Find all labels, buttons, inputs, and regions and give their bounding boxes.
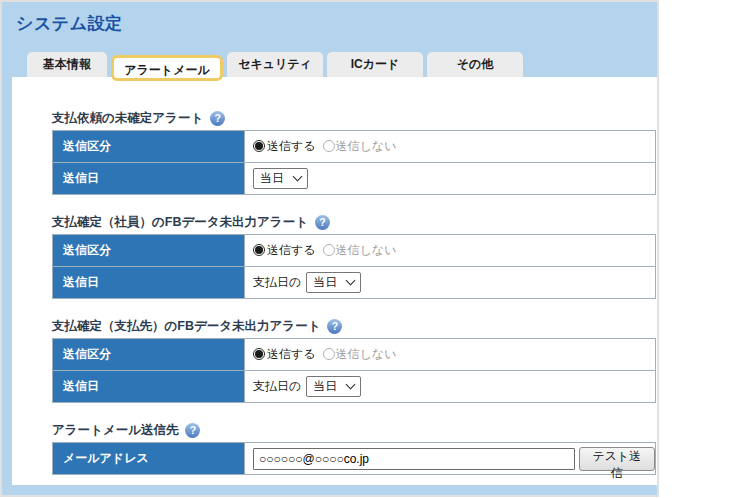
chevron-down-icon [346,380,356,390]
row-label-send-type: 送信区分 [53,339,245,371]
select-value: 当日 [260,170,284,187]
radio-send-off[interactable] [323,348,335,360]
radio-send-on[interactable] [253,244,265,256]
table-row-send-day: 送信日 当日 [53,163,656,195]
page-header: システム設定 基本情報 アラートメール セキュリティ ICカード その他 [2,2,657,77]
send-day-prefix: 支払日の [253,275,301,289]
tab-content-panel: 支払依頼の未確定アラート ? 送信区分 送信する送信しない 送信日 当日 [12,77,657,485]
row-label-send-day: 送信日 [53,163,245,195]
select-value: 当日 [313,274,337,291]
row-label-send-type: 送信区分 [53,131,245,163]
tab-others[interactable]: その他 [427,52,523,77]
table-row-send-day: 送信日 支払日の当日 [53,267,656,299]
settings-table: 送信区分 送信する送信しない 送信日 支払日の当日 [52,234,656,299]
table-row-send-type: 送信区分 送信する送信しない [53,131,656,163]
radio-send-on[interactable] [253,348,265,360]
radio-send-on-label: 送信する [267,139,316,153]
tab-security[interactable]: セキュリティ [227,52,323,77]
section-heading-row: 支払確定（支払先）のFBデータ未出力アラート ? [52,318,657,335]
help-icon[interactable]: ? [315,215,330,230]
radio-send-off[interactable] [323,140,335,152]
test-send-button[interactable]: テスト送信 [579,447,655,471]
send-day-prefix: 支払日の [253,379,301,393]
send-day-cell: 当日 [245,163,656,195]
settings-table: 送信区分 送信する送信しない 送信日 当日 [52,130,656,195]
send-day-cell: 支払日の当日 [245,267,656,299]
select-value: 当日 [313,378,337,395]
send-day-select[interactable]: 当日 [306,272,361,293]
section-heading-row: アラートメール送信先 ? [52,422,657,439]
section-heading: 支払依頼の未確定アラート [52,110,203,127]
email-cell: テスト送信 [245,443,656,475]
tab-alert-mail[interactable]: アラートメール [111,55,223,81]
send-type-cell: 送信する送信しない [245,339,656,371]
radio-send-on-label: 送信する [267,347,316,361]
chevron-down-icon [346,276,356,286]
section-heading: 支払確定（支払先）のFBデータ未出力アラート [52,318,320,335]
tab-ic-card[interactable]: ICカード [327,52,423,77]
section-heading-row: 支払依頼の未確定アラート ? [52,110,657,127]
system-settings-window: システム設定 基本情報 アラートメール セキュリティ ICカード その他 支払依… [0,0,659,497]
table-row-email: メールアドレス テスト送信 [53,443,656,475]
section-alert-mail-destination: アラートメール送信先 ? メールアドレス テスト送信 [52,422,657,475]
chevron-down-icon [293,172,303,182]
radio-send-off-label: 送信しない [336,243,397,257]
send-day-cell: 支払日の当日 [245,371,656,403]
help-icon[interactable]: ? [210,111,225,126]
send-type-cell: 送信する送信しない [245,131,656,163]
table-row-send-type: 送信区分 送信する送信しない [53,235,656,267]
section-heading: 支払確定（社員）のFBデータ未出力アラート [52,214,308,231]
row-label-send-type: 送信区分 [53,235,245,267]
help-icon[interactable]: ? [185,423,200,438]
send-type-cell: 送信する送信しない [245,235,656,267]
row-label-send-day: 送信日 [53,371,245,403]
help-icon[interactable]: ? [327,319,342,334]
section-heading: アラートメール送信先 [52,422,178,439]
table-row-send-day: 送信日 支払日の当日 [53,371,656,403]
section-unconfirmed-payment-alert: 支払依頼の未確定アラート ? 送信区分 送信する送信しない 送信日 当日 [52,110,657,195]
settings-table: 送信区分 送信する送信しない 送信日 支払日の当日 [52,338,656,403]
section-fb-employee-alert: 支払確定（社員）のFBデータ未出力アラート ? 送信区分 送信する送信しない 送… [52,214,657,299]
send-day-select[interactable]: 当日 [253,168,308,189]
email-address-input[interactable] [253,448,575,470]
section-heading-row: 支払確定（社員）のFBデータ未出力アラート ? [52,214,657,231]
section-fb-payee-alert: 支払確定（支払先）のFBデータ未出力アラート ? 送信区分 送信する送信しない … [52,318,657,403]
radio-send-off-label: 送信しない [336,139,397,153]
row-label-send-day: 送信日 [53,267,245,299]
tab-basic-info[interactable]: 基本情報 [27,52,107,77]
send-day-select[interactable]: 当日 [306,376,361,397]
settings-table: メールアドレス テスト送信 [52,442,656,475]
radio-send-on-label: 送信する [267,243,316,257]
radio-send-off[interactable] [323,244,335,256]
radio-send-off-label: 送信しない [336,347,397,361]
page-title: システム設定 [16,12,123,35]
radio-send-on[interactable] [253,140,265,152]
tab-bar: 基本情報 アラートメール セキュリティ ICカード その他 [27,52,523,77]
row-label-email: メールアドレス [53,443,245,475]
table-row-send-type: 送信区分 送信する送信しない [53,339,656,371]
